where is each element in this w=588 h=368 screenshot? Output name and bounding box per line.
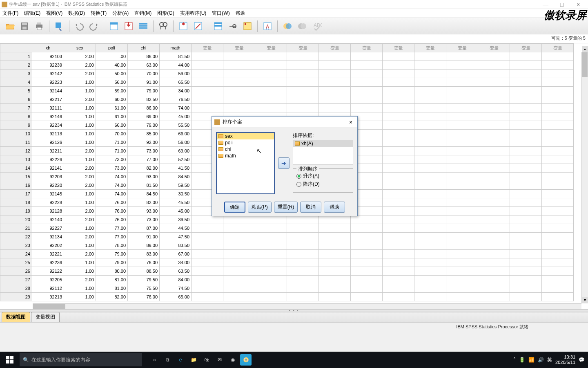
data-cell-empty[interactable] xyxy=(542,284,574,293)
minimize-button[interactable]: — xyxy=(537,1,554,8)
data-cell-empty[interactable] xyxy=(446,258,478,267)
data-cell-empty[interactable] xyxy=(446,61,478,70)
data-cell[interactable]: 2.00 xyxy=(64,215,96,224)
select-cases-icon[interactable] xyxy=(212,20,225,33)
data-cell-empty[interactable] xyxy=(510,181,542,190)
data-cell[interactable]: 92134 xyxy=(32,233,64,241)
data-cell-empty[interactable] xyxy=(223,258,255,267)
data-cell-empty[interactable] xyxy=(542,233,574,241)
data-cell-empty[interactable] xyxy=(383,70,414,78)
variable-item[interactable]: sex xyxy=(217,133,274,139)
data-cell[interactable]: 69.00 xyxy=(128,112,160,121)
data-cell[interactable]: 82.00 xyxy=(96,293,128,301)
data-cell-empty[interactable] xyxy=(223,61,255,70)
data-cell[interactable]: 80.00 xyxy=(96,267,128,276)
data-cell-empty[interactable] xyxy=(255,258,287,267)
data-cell-empty[interactable] xyxy=(446,267,478,276)
paste-button[interactable]: 粘贴(P) xyxy=(248,202,272,213)
data-cell-empty[interactable] xyxy=(223,241,255,250)
data-cell[interactable]: 76.50 xyxy=(160,95,192,104)
row-header[interactable]: 16 xyxy=(0,181,32,190)
column-header-empty[interactable]: 变量 xyxy=(414,44,446,52)
data-cell[interactable]: 2.00 xyxy=(64,70,96,78)
data-cell-empty[interactable] xyxy=(414,95,446,104)
data-cell-empty[interactable] xyxy=(192,95,223,104)
goto-var-icon[interactable] xyxy=(122,20,135,33)
data-cell[interactable]: 34.00 xyxy=(160,258,192,267)
data-cell-empty[interactable] xyxy=(287,267,319,276)
column-header[interactable]: poli xyxy=(96,44,128,52)
data-cell[interactable]: 1.00 xyxy=(64,121,96,130)
data-cell-empty[interactable] xyxy=(510,241,542,250)
data-cell-empty[interactable] xyxy=(319,104,351,112)
data-cell-empty[interactable] xyxy=(414,267,446,276)
data-cell-empty[interactable] xyxy=(446,138,478,147)
data-cell[interactable]: 84.00 xyxy=(160,276,192,284)
data-cell[interactable]: 83.50 xyxy=(160,241,192,250)
data-cell-empty[interactable] xyxy=(446,284,478,293)
data-cell[interactable]: 1.00 xyxy=(64,224,96,233)
data-cell[interactable]: 92112 xyxy=(32,284,64,293)
data-cell[interactable]: 77.00 xyxy=(128,155,160,164)
data-cell-empty[interactable] xyxy=(255,267,287,276)
data-cell-empty[interactable] xyxy=(319,215,351,224)
data-cell-empty[interactable] xyxy=(351,293,383,301)
row-header[interactable]: 23 xyxy=(0,241,32,250)
data-cell-empty[interactable] xyxy=(542,130,574,138)
data-cell[interactable]: 45.00 xyxy=(160,207,192,215)
data-cell[interactable]: 92205 xyxy=(32,276,64,284)
recall-dialog-icon[interactable] xyxy=(53,20,66,33)
data-cell-empty[interactable] xyxy=(542,250,574,258)
data-cell-empty[interactable] xyxy=(255,104,287,112)
data-cell[interactable]: 83.00 xyxy=(128,250,160,258)
taskbar-search[interactable]: 🔍 在这里输入你要搜索的内容 xyxy=(20,353,142,366)
data-cell-empty[interactable] xyxy=(478,181,510,190)
data-cell[interactable]: 91.00 xyxy=(128,233,160,241)
row-header[interactable]: 7 xyxy=(0,104,32,112)
scrollbar-thumb-h[interactable] xyxy=(33,304,65,309)
row-header[interactable]: 24 xyxy=(0,250,32,258)
data-cell-empty[interactable] xyxy=(192,250,223,258)
cortana-icon[interactable]: ○ xyxy=(149,354,160,366)
menu-item[interactable]: 帮助 xyxy=(236,10,245,17)
data-cell-empty[interactable] xyxy=(478,70,510,78)
data-cell-empty[interactable] xyxy=(223,276,255,284)
row-header[interactable]: 18 xyxy=(0,198,32,207)
data-cell-empty[interactable] xyxy=(414,87,446,95)
data-cell[interactable]: 79.00 xyxy=(96,258,128,267)
data-cell-empty[interactable] xyxy=(510,70,542,78)
data-cell-empty[interactable] xyxy=(542,70,574,78)
data-cell[interactable]: 2.00 xyxy=(64,233,96,241)
data-cell-empty[interactable] xyxy=(351,87,383,95)
data-cell-empty[interactable] xyxy=(510,293,542,301)
data-cell[interactable]: 1.00 xyxy=(64,130,96,138)
data-cell-empty[interactable] xyxy=(192,87,223,95)
data-cell-empty[interactable] xyxy=(414,233,446,241)
row-header[interactable]: 4 xyxy=(0,78,32,87)
data-cell-empty[interactable] xyxy=(223,267,255,276)
data-cell-empty[interactable] xyxy=(192,284,223,293)
data-cell-empty[interactable] xyxy=(478,95,510,104)
data-cell-empty[interactable] xyxy=(478,155,510,164)
data-cell[interactable]: 89.00 xyxy=(128,241,160,250)
row-header[interactable]: 8 xyxy=(0,112,32,121)
data-cell-empty[interactable] xyxy=(510,52,542,61)
row-header[interactable]: 20 xyxy=(0,215,32,224)
data-cell-empty[interactable] xyxy=(478,61,510,70)
data-cell[interactable]: 84.50 xyxy=(160,173,192,181)
data-cell-empty[interactable] xyxy=(351,52,383,61)
data-cell-empty[interactable] xyxy=(542,104,574,112)
data-cell-empty[interactable] xyxy=(478,121,510,130)
data-cell[interactable]: 1.00 xyxy=(64,190,96,198)
data-cell-empty[interactable] xyxy=(542,173,574,181)
data-cell-empty[interactable] xyxy=(287,241,319,250)
data-cell[interactable]: 2.00 xyxy=(64,276,96,284)
save-icon[interactable] xyxy=(18,20,31,33)
data-cell-empty[interactable] xyxy=(542,147,574,155)
data-cell-empty[interactable] xyxy=(223,233,255,241)
data-cell-empty[interactable] xyxy=(510,190,542,198)
row-header[interactable]: 15 xyxy=(0,173,32,181)
battery-icon[interactable]: 🔋 xyxy=(519,357,525,363)
goto-case-icon[interactable] xyxy=(107,20,120,33)
data-cell-empty[interactable] xyxy=(478,250,510,258)
